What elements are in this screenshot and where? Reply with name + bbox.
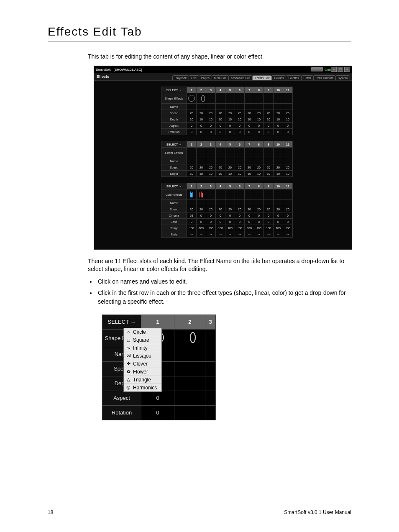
- col-1[interactable]: 1: [141, 315, 174, 329]
- param-value[interactable]: 10: [274, 116, 283, 123]
- param-value[interactable]: 10: [245, 171, 254, 177]
- col-header[interactable]: 3: [206, 141, 216, 148]
- param-value[interactable]: 100: [216, 225, 225, 231]
- maximize-icon[interactable]: □: [338, 67, 343, 72]
- param-value[interactable]: 0: [245, 129, 254, 135]
- col-header[interactable]: 1: [187, 183, 197, 189]
- param-value[interactable]: 10: [283, 171, 293, 177]
- param-value[interactable]: 100: [225, 225, 235, 231]
- dropdown-item-clover[interactable]: ✤Clover: [124, 360, 161, 368]
- param-value[interactable]: 10: [283, 116, 293, 123]
- effect-slot[interactable]: [264, 93, 274, 104]
- param-value[interactable]: 20: [197, 110, 206, 116]
- param-value[interactable]: [225, 200, 235, 206]
- col-header[interactable]: 9: [264, 141, 274, 148]
- param-value[interactable]: 100: [254, 225, 264, 231]
- param-value[interactable]: 0: [235, 129, 245, 135]
- param-value[interactable]: 20: [206, 164, 216, 171]
- param-value[interactable]: [174, 391, 205, 405]
- effect-slot[interactable]: [225, 148, 235, 158]
- col-header[interactable]: 4: [216, 141, 225, 148]
- param-value[interactable]: 10: [245, 116, 254, 123]
- param-value[interactable]: 0: [141, 391, 174, 405]
- param-value[interactable]: [216, 200, 225, 206]
- param-value[interactable]: 0: [141, 405, 174, 420]
- effect-slot[interactable]: [197, 189, 206, 200]
- param-value[interactable]: 0: [206, 123, 216, 129]
- effect-slot[interactable]: [274, 189, 283, 200]
- param-value[interactable]: 10: [206, 171, 216, 177]
- param-value[interactable]: [206, 200, 216, 206]
- param-value[interactable]: [187, 158, 197, 164]
- col-header[interactable]: 8: [254, 141, 264, 148]
- param-value[interactable]: 20: [225, 164, 235, 171]
- param-value[interactable]: 100: [283, 225, 293, 231]
- param-value[interactable]: [174, 405, 205, 420]
- tab-system[interactable]: System: [335, 75, 350, 80]
- effect-slot[interactable]: [206, 148, 216, 158]
- dropdown-item-square[interactable]: □Square: [124, 336, 161, 344]
- shape-dropdown[interactable]: ○Circle□Square∞Infinity⋈Lissajou✤Clover✿…: [123, 328, 162, 392]
- param-value[interactable]: 10: [197, 116, 206, 123]
- param-value[interactable]: 20: [225, 206, 235, 212]
- effect-slot[interactable]: [283, 189, 293, 200]
- col-header[interactable]: 11: [283, 183, 293, 189]
- param-value[interactable]: 20: [216, 206, 225, 212]
- param-value[interactable]: →: [225, 231, 235, 238]
- effect-slot[interactable]: [283, 148, 293, 158]
- param-value[interactable]: 100: [235, 225, 245, 231]
- param-value[interactable]: →: [264, 231, 274, 238]
- param-value[interactable]: [206, 158, 216, 164]
- param-value[interactable]: [205, 376, 216, 391]
- param-value[interactable]: 20: [254, 110, 264, 116]
- param-value[interactable]: 0: [283, 129, 293, 135]
- col-header[interactable]: 6: [235, 87, 245, 93]
- param-value[interactable]: 20: [206, 206, 216, 212]
- param-value[interactable]: [245, 200, 254, 206]
- tab-effects-edit[interactable]: Effects Edit: [252, 75, 272, 80]
- tab-live[interactable]: Live: [189, 75, 199, 80]
- select-label[interactable]: SELECT →: [161, 183, 187, 189]
- param-value[interactable]: [205, 361, 216, 376]
- param-value[interactable]: 0: [206, 219, 216, 225]
- col-header[interactable]: 9: [264, 183, 274, 189]
- effect-slot[interactable]: [235, 148, 245, 158]
- param-value[interactable]: 10: [264, 116, 274, 123]
- tab-mem-edit[interactable]: Mem Edit: [212, 75, 229, 80]
- param-value[interactable]: 0: [197, 219, 206, 225]
- param-value[interactable]: 10: [197, 171, 206, 177]
- param-value[interactable]: 10: [254, 171, 264, 177]
- col-header[interactable]: 10: [274, 141, 283, 148]
- param-value[interactable]: 10: [216, 171, 225, 177]
- col-header[interactable]: 3: [206, 183, 216, 189]
- col-header[interactable]: 10: [274, 87, 283, 93]
- param-value[interactable]: [283, 158, 293, 164]
- param-value[interactable]: 0: [225, 219, 235, 225]
- effect-slot[interactable]: [197, 93, 206, 104]
- param-value[interactable]: 0: [283, 212, 293, 219]
- effect-slot[interactable]: [187, 189, 197, 200]
- col-header[interactable]: 1: [187, 87, 197, 93]
- param-value[interactable]: 100: [187, 225, 197, 231]
- param-value[interactable]: [216, 158, 225, 164]
- col-header[interactable]: 5: [225, 141, 235, 148]
- col-header[interactable]: 7: [245, 183, 254, 189]
- param-value[interactable]: 10: [216, 116, 225, 123]
- effect-slot[interactable]: [274, 93, 283, 104]
- param-value[interactable]: 20: [245, 164, 254, 171]
- param-value[interactable]: 20: [264, 206, 274, 212]
- param-value[interactable]: →: [235, 231, 245, 238]
- param-value[interactable]: →: [274, 231, 283, 238]
- param-value[interactable]: 10: [187, 171, 197, 177]
- tab-stack-seq-edit[interactable]: Stack/Seq Edit: [228, 75, 253, 80]
- effect-slot[interactable]: [225, 93, 235, 104]
- param-value[interactable]: 20: [245, 206, 254, 212]
- param-value[interactable]: [205, 347, 216, 361]
- param-value[interactable]: 0: [274, 129, 283, 135]
- col-2[interactable]: 2: [174, 315, 205, 329]
- param-value[interactable]: 100: [245, 225, 254, 231]
- col-header[interactable]: 2: [197, 141, 206, 148]
- param-value[interactable]: 0: [264, 212, 274, 219]
- col-header[interactable]: 3: [206, 87, 216, 93]
- tab-palettes[interactable]: Palettes: [286, 75, 301, 80]
